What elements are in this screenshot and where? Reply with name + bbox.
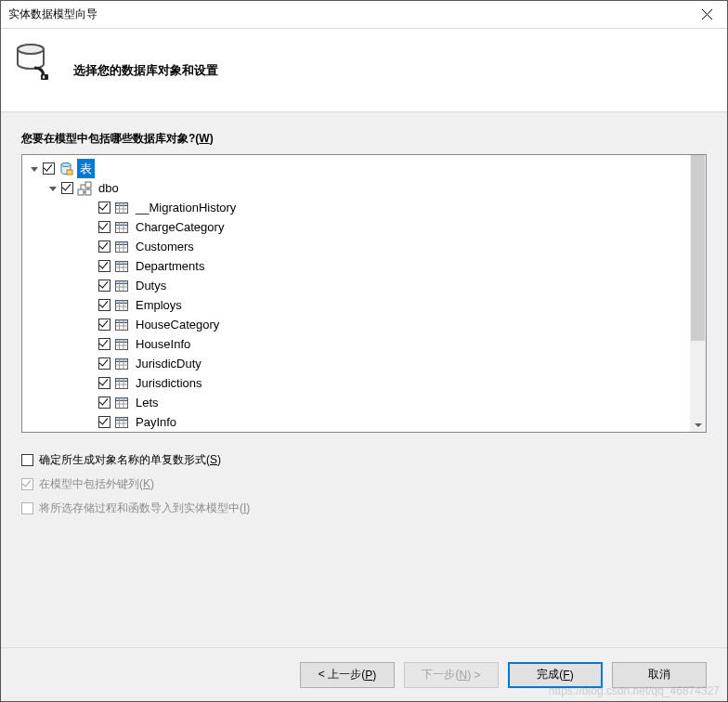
node-type-icon	[114, 415, 129, 430]
node-label: Lets	[133, 393, 162, 412]
node-checkbox[interactable]	[98, 396, 110, 409]
next-button: 下一步(N) >	[404, 662, 499, 688]
node-checkbox[interactable]	[43, 162, 55, 175]
node-type-icon	[114, 318, 129, 332]
option-checkbox[interactable]	[21, 454, 33, 466]
tree-node[interactable]: HouseCategory	[24, 315, 688, 334]
node-type-icon	[114, 357, 129, 371]
svg-point-5	[61, 162, 71, 166]
node-type-icon	[114, 220, 129, 235]
svg-rect-21	[116, 241, 128, 244]
tree-node[interactable]: dbo	[24, 178, 688, 198]
node-label: PayInfo	[133, 412, 179, 432]
node-checkbox[interactable]	[98, 318, 110, 331]
objects-tree[interactable]: 表dbo__MigrationHistoryChargeCategoryCust…	[22, 155, 690, 432]
svg-rect-7	[85, 182, 91, 188]
tree-node[interactable]: Departments	[24, 256, 688, 276]
close-button[interactable]	[686, 1, 727, 28]
node-type-icon	[58, 162, 73, 176]
node-label: __MigrationHistory	[133, 198, 239, 217]
tree-node[interactable]: 表	[24, 159, 688, 178]
svg-rect-36	[116, 300, 128, 303]
node-type-icon	[114, 259, 129, 274]
tree-node[interactable]: __MigrationHistory	[24, 198, 688, 217]
node-type-icon	[114, 201, 129, 215]
tree-node[interactable]: Dutys	[24, 276, 688, 295]
svg-rect-66	[116, 417, 128, 420]
node-type-icon	[114, 396, 129, 410]
tree-node[interactable]: JurisdicDuty	[24, 354, 688, 373]
option-label: 将所选存储过程和函数导入到实体模型中(I)	[39, 500, 250, 516]
option-checkbox	[21, 478, 33, 490]
window-title: 实体数据模型向导	[8, 6, 686, 22]
svg-rect-31	[116, 280, 128, 283]
svg-rect-61	[116, 397, 128, 400]
back-button[interactable]: < 上一步(P)	[300, 662, 395, 688]
node-label: 表	[77, 159, 95, 178]
chevron-down-icon[interactable]	[46, 182, 59, 195]
cancel-button[interactable]: 取消	[612, 662, 707, 688]
node-checkbox[interactable]	[98, 240, 110, 253]
node-label: Dutys	[133, 276, 169, 295]
option-row: 在模型中包括外键列(K)	[21, 472, 707, 496]
chevron-down-icon[interactable]	[28, 162, 41, 176]
node-checkbox[interactable]	[98, 299, 110, 311]
svg-rect-46	[116, 339, 128, 342]
node-label: HouseCategory	[133, 315, 222, 334]
node-type-icon	[77, 181, 92, 196]
svg-rect-8	[78, 189, 84, 195]
node-type-icon	[114, 298, 129, 313]
svg-point-1	[18, 45, 44, 54]
option-row[interactable]: 确定所生成对象名称的单复数形式(S)	[21, 448, 707, 472]
svg-rect-56	[116, 378, 128, 381]
node-label: ChargeCategory	[133, 217, 227, 237]
svg-rect-26	[116, 261, 128, 264]
tree-node[interactable]: Lets	[24, 393, 688, 412]
node-type-icon	[114, 240, 129, 254]
node-checkbox[interactable]	[98, 221, 110, 233]
tree-node[interactable]: PayInfo	[24, 412, 688, 432]
svg-rect-6	[67, 170, 72, 175]
node-checkbox[interactable]	[98, 202, 110, 214]
wizard-logo-icon	[14, 40, 58, 84]
node-checkbox[interactable]	[98, 260, 110, 272]
svg-rect-11	[116, 202, 128, 205]
tree-node[interactable]: Jurisdictions	[24, 373, 688, 393]
node-checkbox[interactable]	[98, 377, 110, 389]
node-label: Departments	[133, 256, 207, 276]
tree-node[interactable]: HouseInfo	[24, 334, 688, 354]
option-row: 将所选存储过程和函数导入到实体模型中(I)	[21, 496, 707, 520]
node-type-icon	[114, 279, 129, 293]
tree-node[interactable]: Customers	[24, 237, 688, 256]
node-checkbox[interactable]	[98, 416, 110, 428]
option-label: 确定所生成对象名称的单复数形式(S)	[39, 452, 221, 468]
node-label: HouseInfo	[133, 334, 193, 354]
tree-node[interactable]: Employs	[24, 295, 688, 315]
tree-node[interactable]: ChargeCategory	[24, 217, 688, 237]
finish-button[interactable]: 完成(F)	[508, 662, 603, 688]
node-label: Employs	[133, 295, 185, 315]
wizard-heading: 选择您的数据库对象和设置	[73, 40, 218, 79]
objects-section-label: 您要在模型中包括哪些数据库对象?(W)	[21, 131, 707, 147]
tree-scrollbar[interactable]	[690, 155, 706, 432]
node-label: dbo	[96, 178, 122, 198]
node-label: Jurisdictions	[133, 373, 205, 393]
node-label: JurisdicDuty	[133, 354, 204, 373]
option-label: 在模型中包括外键列(K)	[39, 476, 154, 492]
node-checkbox[interactable]	[61, 182, 73, 194]
node-checkbox[interactable]	[98, 358, 110, 370]
svg-rect-41	[116, 319, 128, 322]
node-label: Customers	[133, 237, 197, 256]
node-checkbox[interactable]	[98, 280, 110, 292]
svg-rect-9	[85, 189, 91, 195]
node-type-icon	[114, 376, 129, 391]
svg-rect-16	[116, 222, 128, 225]
option-checkbox	[21, 502, 33, 514]
svg-rect-3	[43, 76, 45, 79]
node-checkbox[interactable]	[98, 338, 110, 350]
svg-rect-51	[116, 358, 128, 361]
node-type-icon	[114, 337, 129, 352]
